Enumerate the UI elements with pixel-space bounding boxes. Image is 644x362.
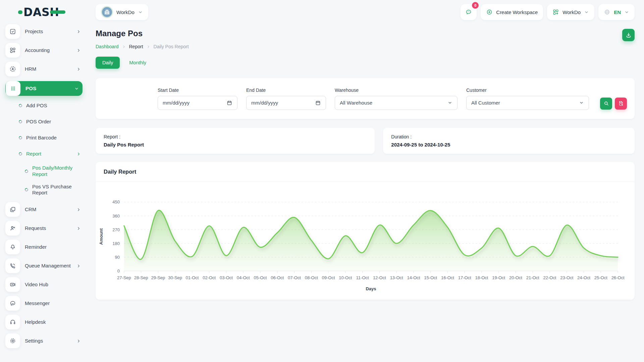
check-square-icon [5,24,20,39]
reset-filter-button[interactable] [615,98,627,110]
create-workspace-label: Create Workspace [496,9,538,15]
report-summary-card: Report : Daily Pos Report [96,128,375,154]
svg-text:06-Oct: 06-Oct [271,275,284,280]
chevron-down-icon [579,100,584,105]
user-plus-icon [5,221,20,236]
report-tabs: Daily Monthly [96,57,635,69]
svg-text:29-Sep: 29-Sep [151,275,165,280]
messages-badge: 0 [472,2,479,9]
sidebar-item-hrm[interactable]: HRM [5,62,83,76]
breadcrumb: Dashboard Report Daily Pos Report [96,44,635,49]
bullet-icon [18,103,23,108]
sidebar-item-crm[interactable]: CRM [5,202,83,217]
header-actions: 0 Create Workspace WorkDo EN [461,4,635,20]
sidebar-item-label: Helpdesk [25,319,83,325]
warehouse-label: Warehouse [335,87,458,93]
svg-text:14-Oct: 14-Oct [407,275,420,280]
sidebar-subitem-label: Report [26,151,76,157]
sidebar-item-reminder[interactable]: Reminder [5,240,83,254]
sidebar-subitem-report[interactable]: Report [19,149,83,159]
chevron-down-icon [138,10,143,15]
logo-accent-bar [50,10,65,14]
warehouse-selected-value: All Warehouse [340,100,372,106]
sidebar-item-pos-active[interactable]: POS [5,81,83,96]
bullet-icon [24,169,29,174]
end-date-field [246,96,326,110]
chevron-right-icon [122,45,126,49]
logo-accent-dot [18,10,22,14]
svg-text:22-Oct: 22-Oct [543,275,556,280]
customer-select[interactable]: All Customer [466,96,589,110]
sidebar-item-settings[interactable]: Settings [5,334,83,348]
start-date-input[interactable] [163,100,216,106]
duration-summary-card: Duration : 2024-09-25 to 2024-10-25 [383,128,635,154]
sidebar-item-queue-management[interactable]: Queue Management [5,258,83,273]
sidebar-item-helpdesk[interactable]: Helpdesk [5,315,83,329]
dots-grid-icon [6,81,20,96]
search-icon [603,101,609,106]
svg-text:13-Oct: 13-Oct [390,275,403,280]
sidebar-subitem-pos-order[interactable]: POS Order [19,117,83,127]
sidebar-item-video-hub[interactable]: Video Hub [5,277,83,292]
svg-text:Amount: Amount [99,228,104,245]
chevron-down-icon [74,86,79,91]
chevron-right-icon [76,207,81,212]
chat-dots-icon [465,9,472,15]
svg-text:10-Oct: 10-Oct [339,275,352,280]
workspace-selector[interactable]: WorkDo [96,4,148,20]
sidebar-subitem-pos-daily-monthly-report[interactable]: Pos Daily/Monthly Report [25,165,83,178]
end-date-input[interactable] [251,100,305,106]
sidebar-subitem-pos-vs-purchase-report[interactable]: Pos VS Purchase Report [25,184,83,196]
video-icon [5,277,20,292]
end-date-label: End Date [246,87,326,93]
breadcrumb-dashboard[interactable]: Dashboard [96,44,119,49]
file-off-icon [618,101,624,106]
chart-title: Daily Report [104,169,627,175]
language-selector[interactable]: EN [598,4,635,20]
sidebar-item-messenger[interactable]: Messenger [5,296,83,311]
create-workspace-button[interactable]: Create Workspace [481,4,543,20]
svg-text:21-Oct: 21-Oct [526,275,539,280]
tab-daily[interactable]: Daily [96,57,120,69]
svg-text:16-Oct: 16-Oct [441,275,454,280]
sidebar-subitem-label: Print Barcode [26,135,76,141]
svg-text:27-Sep: 27-Sep [117,275,131,280]
workspace-avatar [101,6,113,18]
sidebar-item-requests[interactable]: Requests [5,221,83,236]
sidebar-item-projects[interactable]: Projects [5,24,83,39]
download-icon [625,32,632,39]
svg-text:03-Oct: 03-Oct [220,275,233,280]
calendar-icon[interactable] [226,100,232,106]
svg-text:90: 90 [115,255,119,260]
breadcrumb-report[interactable]: Report [129,44,143,49]
svg-text:02-Oct: 02-Oct [203,275,216,280]
building-icon [103,8,111,16]
report-label: Report : [104,134,367,139]
calendar-icon[interactable] [315,100,321,106]
sidebar-item-accounting[interactable]: Accounting [5,43,83,58]
filter-panel: Start Date End Date Warehouse All Wareho… [96,78,635,119]
sidebar-subitem-add-pos[interactable]: Add POS [19,101,83,111]
bullet-icon [18,152,23,156]
brand-logo[interactable]: DASH [5,0,84,24]
download-button[interactable] [622,29,635,41]
chevron-right-icon [76,152,81,157]
svg-text:07-Oct: 07-Oct [288,275,301,280]
chevron-down-icon [447,100,452,105]
globe-icon [604,9,610,15]
sidebar-subitem-print-barcode[interactable]: Print Barcode [19,133,83,143]
filter-actions [600,88,627,110]
layout-icon [5,202,20,217]
main-content: WorkDo 0 Create Workspace WorkDo [87,0,644,362]
app-switcher-button[interactable]: WorkDo [547,4,594,20]
search-button[interactable] [600,98,612,110]
tab-monthly[interactable]: Monthly [124,57,151,69]
start-date-field [158,96,237,110]
messages-button[interactable]: 0 [461,4,477,20]
warehouse-select[interactable]: All Warehouse [335,96,458,110]
app-root: DASH Projects Accounting HRM POS [0,0,644,362]
svg-text:04-Oct: 04-Oct [237,275,250,280]
svg-text:Days: Days [366,286,376,291]
daily-report-card: Daily Report 09018027036045027-Sep28-Sep… [96,162,635,300]
svg-text:0: 0 [117,268,120,274]
